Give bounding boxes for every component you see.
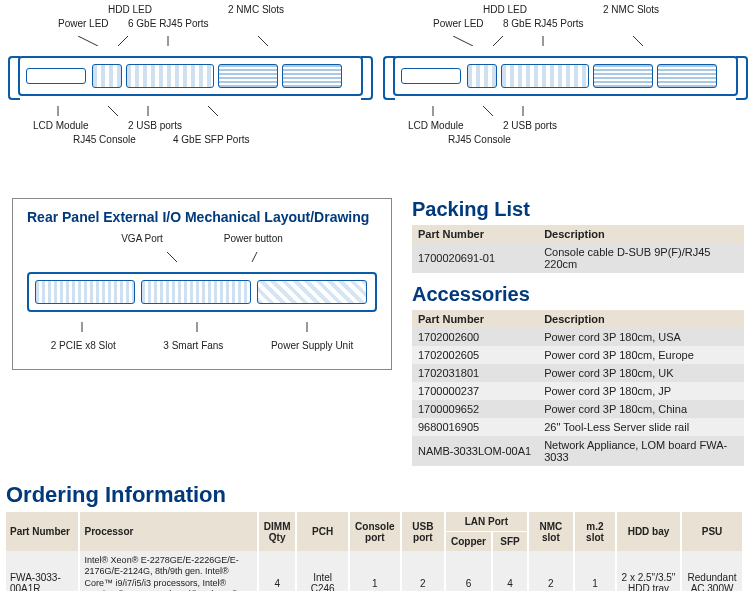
table-row: 1702002600Power cord 3P 180cm, USA (412, 328, 744, 346)
label-rj45-6: 6 GbE RJ45 Ports (128, 18, 209, 29)
table-row: 968001690526" Tool-Less Server slide rai… (412, 418, 744, 436)
svg-line-11 (633, 36, 643, 46)
bot-labels-a2: RJ45 Console 4 GbE SFP Ports (18, 134, 363, 148)
cell-pn: 1700000237 (412, 382, 538, 400)
label-lcd: LCD Module (408, 120, 464, 131)
table-row: 1702031801Power cord 3P 180cm, UK (412, 364, 744, 382)
cell-sfp: 4 (492, 551, 528, 591)
lcd-module (401, 68, 461, 84)
cell-desc: Console cable D-SUB 9P(F)/RJ45 220cm (538, 243, 744, 273)
psu-block (257, 280, 367, 304)
front-diagram-a: HDD LED 2 NMC Slots Power LED 6 GbE RJ45… (18, 4, 363, 148)
label-hdd-led: HDD LED (108, 4, 152, 15)
table-row: 1700000237Power cord 3P 180cm, JP (412, 382, 744, 400)
svg-line-8 (453, 36, 473, 46)
front-diagram-b: HDD LED 2 NMC Slots Power LED 8 GbE RJ45… (393, 4, 738, 148)
ordering-table: Part Number Processor DIMM Qty PCH Conso… (6, 512, 744, 591)
packing-table: Part Number Description 1700020691-01Con… (412, 225, 744, 273)
accessories-title: Accessories (412, 283, 744, 306)
cell-pn: 1700009652 (412, 400, 538, 418)
table-row: NAMB-3033LOM-00A1Network Appliance, LOM … (412, 436, 744, 466)
cell-pn: 1700020691-01 (412, 243, 538, 273)
label-lcd: LCD Module (33, 120, 89, 131)
h-proc: Processor (79, 512, 257, 551)
col-description: Description (538, 225, 744, 243)
accessories-table: Part Number Description 1702002600Power … (412, 310, 744, 466)
callout-lines-bot (393, 106, 738, 116)
top-labels-b: HDD LED 2 NMC Slots (393, 4, 738, 18)
table-header: Part Number Description (412, 310, 744, 328)
cell-pn: FWA-3033-00A1R (6, 551, 79, 591)
cell-desc: Network Appliance, LOM board FWA-3033 (538, 436, 744, 466)
h-console: Console port (349, 512, 401, 551)
cell-hdd: 2 x 2.5"/3.5" HDD tray (616, 551, 681, 591)
h-sfp: SFP (492, 532, 528, 552)
rear-panel-title: Rear Panel External I/O Mechanical Layou… (27, 209, 377, 225)
front-panel-diagrams: HDD LED 2 NMC Slots Power LED 6 GbE RJ45… (0, 0, 750, 148)
svg-line-7 (208, 106, 218, 116)
table-row: 1702002605Power cord 3P 180cm, Europe (412, 346, 744, 364)
label-rj45-8: 8 GbE RJ45 Ports (503, 18, 584, 29)
cell-pn: 1702031801 (412, 364, 538, 382)
cell-dimm: 4 (258, 551, 296, 591)
cell-nmc: 2 (528, 551, 574, 591)
bot-labels-b: LCD Module 2 USB ports (393, 120, 738, 134)
table-header: Part Number Description (412, 225, 744, 243)
cell-desc: Power cord 3P 180cm, JP (538, 382, 744, 400)
callout-lines-bot (18, 106, 363, 116)
label-power-led: Power LED (58, 18, 109, 29)
label-nmc: 2 NMC Slots (603, 4, 659, 15)
label-sfp: 4 GbE SFP Ports (173, 134, 250, 145)
cell-console: 1 (349, 551, 401, 591)
cell-psu: Redundant AC 300W (681, 551, 743, 591)
label-nmc: 2 NMC Slots (228, 4, 284, 15)
rear-panel-box: Rear Panel External I/O Mechanical Layou… (12, 198, 392, 370)
svg-line-16 (252, 252, 257, 262)
svg-line-13 (483, 106, 493, 116)
packing-title: Packing List (412, 198, 744, 221)
top-labels-a2: Power LED 6 GbE RJ45 Ports (18, 18, 363, 32)
table-row: FWA-3033-00A1RIntel® Xeon® E-2278GE/E-22… (6, 551, 743, 591)
col-description: Description (538, 310, 744, 328)
nmc-slot-2 (657, 64, 717, 88)
h-lan: LAN Port (445, 512, 528, 532)
label-psu: Power Supply Unit (271, 340, 353, 351)
cell-desc: Power cord 3P 180cm, USA (538, 328, 744, 346)
cell-desc: Power cord 3P 180cm, China (538, 400, 744, 418)
h-copper: Copper (445, 532, 492, 552)
label-usb: 2 USB ports (128, 120, 182, 131)
h-pch: PCH (296, 512, 348, 551)
ordering-title: Ordering Information (6, 482, 750, 508)
label-vga: VGA Port (121, 233, 163, 244)
cell-m2: 1 (574, 551, 616, 591)
cell-desc: Power cord 3P 180cm, Europe (538, 346, 744, 364)
callout-lines (18, 36, 363, 46)
label-fans: 3 Smart Fans (163, 340, 223, 351)
label-power-led: Power LED (433, 18, 484, 29)
h-hdd: HDD bay (616, 512, 681, 551)
pcie-block (35, 280, 135, 304)
top-labels-a: HDD LED 2 NMC Slots (18, 4, 363, 18)
svg-line-3 (258, 36, 268, 46)
cell-pch: Intel C246 (296, 551, 348, 591)
svg-line-15 (167, 252, 177, 262)
rear-chassis (27, 272, 377, 312)
svg-line-0 (78, 36, 98, 46)
bot-labels-b2: RJ45 Console (393, 134, 738, 148)
h-usb: USB port (401, 512, 445, 551)
cell-pn: NAMB-3033LOM-00A1 (412, 436, 538, 466)
cell-pn: 1702002605 (412, 346, 538, 364)
h-m2: m.2 slot (574, 512, 616, 551)
label-pcie: 2 PCIE x8 Slot (51, 340, 116, 351)
cell-usb: 2 (401, 551, 445, 591)
nmc-slot-1 (218, 64, 278, 88)
svg-line-5 (108, 106, 118, 116)
svg-line-1 (118, 36, 128, 46)
label-usb: 2 USB ports (503, 120, 557, 131)
rear-top-labels: . VGA Port Power button . (27, 233, 377, 244)
callout-lines (27, 252, 377, 262)
h-nmc: NMC slot (528, 512, 574, 551)
led-block (467, 64, 497, 88)
nmc-slot-1 (593, 64, 653, 88)
table-header: Part Number Processor DIMM Qty PCH Conso… (6, 512, 743, 532)
